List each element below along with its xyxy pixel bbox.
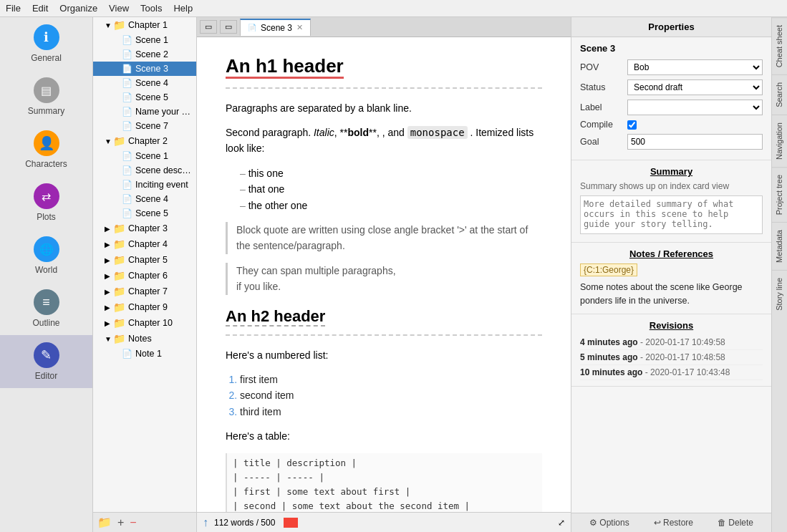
delete-button[interactable]: 🗑 Delete <box>713 516 758 529</box>
tree-chapter3[interactable]: ▶ 📁 Chapter 3 <box>93 221 196 236</box>
status-right: ⤢ <box>558 518 565 528</box>
world-icon: 🌐 <box>34 236 59 262</box>
tree-nameyours[interactable]: 📄 Name your s... <box>93 105 196 119</box>
sidebar-item-outline[interactable]: ≡ Outline <box>0 282 92 335</box>
sidebar-item-characters[interactable]: 👤 Characters <box>0 123 92 176</box>
far-right-storyline[interactable]: Story line <box>772 270 787 318</box>
notes-tag: {C:1:George} <box>580 263 637 276</box>
status-select[interactable]: First draft Second draft Done <box>627 79 763 95</box>
revision-time-3: 10 minutes ago <box>580 367 642 377</box>
tree-folder-btn[interactable]: 📁 <box>97 516 112 529</box>
notes-section: Notes / References {C:1:George} Some not… <box>571 243 771 314</box>
revision-item-1[interactable]: 4 minutes ago - 2020-01-17 10:49:58 <box>580 335 763 350</box>
tab-nav-left[interactable]: ▭ <box>200 20 217 34</box>
revision-item-2[interactable]: 5 minutes ago - 2020-01-17 10:48:58 <box>580 350 763 365</box>
summary-icon-label: Summary <box>28 106 64 116</box>
tree-ch2scened[interactable]: 📄 Scene descri... <box>93 163 196 178</box>
ch2scene5-icon: 📄 <box>122 208 132 218</box>
far-right-metadata[interactable]: Metadata <box>772 222 787 270</box>
expand-icon[interactable]: ⤢ <box>558 518 565 528</box>
tree-scene4[interactable]: 📄 Scene 4 <box>93 76 196 90</box>
chapter2-arrow: ▼ <box>105 137 113 145</box>
far-right-cheatsheet[interactable]: Cheat sheet <box>772 17 787 74</box>
tab-scene3-close[interactable]: ✕ <box>296 23 303 32</box>
tab-nav-right[interactable]: ▭ <box>220 20 237 34</box>
tree-chapter9[interactable]: ▶ 📁 Chapter 9 <box>93 299 196 315</box>
tab-bar: ▭ ▭ 📄 Scene 3 ✕ <box>197 17 571 37</box>
tree-add-btn[interactable]: + <box>117 516 124 529</box>
chapter4-folder-icon: 📁 <box>113 238 125 250</box>
ch2scene4-label: Scene 4 <box>135 194 168 204</box>
tree-chapter6[interactable]: ▶ 📁 Chapter 6 <box>93 268 196 284</box>
tree-chapter5[interactable]: ▶ 📁 Chapter 5 <box>93 252 196 268</box>
revision-date-2: - 2020-01-17 10:48:58 <box>640 352 725 362</box>
tree-ch2scene4[interactable]: 📄 Scene 4 <box>93 192 196 206</box>
nameyours-label: Name your s... <box>135 107 193 117</box>
editor-content[interactable]: An h1 header Paragraphs are separated by… <box>197 37 571 512</box>
chapter2-folder-icon: 📁 <box>113 135 125 147</box>
chapter6-folder-icon: 📁 <box>113 270 125 281</box>
menu-view[interactable]: View <box>109 3 129 14</box>
notes-title: Notes / References <box>580 248 763 259</box>
notes-arrow: ▼ <box>105 335 113 343</box>
status-up-arrow[interactable]: ↑ <box>203 516 208 529</box>
menu-organize[interactable]: Organize <box>59 3 97 14</box>
tab-scene3[interactable]: 📄 Scene 3 ✕ <box>240 19 311 36</box>
editor-h2: An h2 header <box>226 307 325 327</box>
p2-mono: monospace <box>407 126 468 139</box>
pov-select[interactable]: Bob Alice George <box>627 59 763 75</box>
tree-chapter4[interactable]: ▶ 📁 Chapter 4 <box>93 236 196 252</box>
scene7-doc-icon: 📄 <box>122 121 132 131</box>
editor-status-bar: ↑ 112 words / 500 ⤢ <box>197 512 571 532</box>
scene1-doc-icon: 📄 <box>122 35 132 45</box>
far-right-projecttree[interactable]: Project tree <box>772 167 787 222</box>
far-right-navigation[interactable]: Navigation <box>772 115 787 167</box>
tree-scene5[interactable]: 📄 Scene 5 <box>93 90 196 105</box>
revision-date-3: - 2020-01-17 10:43:48 <box>645 367 730 377</box>
status-row: Status First draft Second draft Done <box>580 79 763 95</box>
chapter9-arrow: ▶ <box>105 304 113 311</box>
numbered-item-1: first item <box>240 372 542 387</box>
chapter2-label: Chapter 2 <box>128 136 168 146</box>
tree-remove-btn[interactable]: − <box>130 516 136 529</box>
goal-row: Goal <box>580 134 763 150</box>
tree-note1[interactable]: 📄 Note 1 <box>93 347 196 361</box>
menu-help[interactable]: Help <box>173 3 193 14</box>
tree-chapter10[interactable]: ▶ 📁 Chapter 10 <box>93 315 196 331</box>
revision-item-3[interactable]: 10 minutes ago - 2020-01-17 10:43:48 <box>580 365 763 380</box>
ch2scene1-label: Scene 1 <box>135 151 168 161</box>
menu-edit[interactable]: Edit <box>32 3 48 14</box>
note1-icon: 📄 <box>122 349 132 359</box>
sidebar-item-general[interactable]: ℹ General <box>0 17 92 70</box>
label-select[interactable] <box>627 100 763 115</box>
goal-input[interactable] <box>627 134 763 150</box>
restore-button[interactable]: ↩ Restore <box>650 516 697 529</box>
sidebar-item-plots[interactable]: ⇄ Plots <box>0 176 92 229</box>
tree-chapter2[interactable]: ▼ 📁 Chapter 2 <box>93 133 196 149</box>
tree-chapter1[interactable]: ▼ 📁 Chapter 1 <box>93 17 196 33</box>
tree-ch2scene1[interactable]: 📄 Scene 1 <box>93 149 196 163</box>
chapter9-label: Chapter 9 <box>128 302 168 312</box>
editor-bullet-list: this one that one the other one <box>226 165 542 213</box>
label-label: Label <box>580 102 623 112</box>
sidebar-item-summary[interactable]: ▤ Summary <box>0 70 92 123</box>
sidebar-item-editor[interactable]: ✎ Editor <box>0 335 92 388</box>
tree-notes[interactable]: ▼ 📁 Notes <box>93 331 196 347</box>
tree-scene7[interactable]: 📄 Scene 7 <box>93 119 196 133</box>
tree-scene2[interactable]: 📄 Scene 2 <box>93 47 196 62</box>
summary-textarea[interactable] <box>580 195 763 234</box>
tree-scene3[interactable]: 📄 Scene 3 <box>93 62 196 76</box>
far-right-search[interactable]: Search <box>772 74 787 115</box>
options-button[interactable]: ⚙ Options <box>585 516 634 529</box>
tree-chapter7[interactable]: ▶ 📁 Chapter 7 <box>93 284 196 299</box>
tree-ch2scene5[interactable]: 📄 Scene 5 <box>93 206 196 221</box>
sidebar-item-world[interactable]: 🌐 World <box>0 229 92 282</box>
scene5-label: Scene 5 <box>135 92 168 102</box>
tree-scene1[interactable]: 📄 Scene 1 <box>93 33 196 47</box>
compile-checkbox[interactable] <box>627 120 637 130</box>
notes-text: Some notes about the scene like George p… <box>580 281 763 308</box>
editor-h1-divider <box>226 87 542 89</box>
menu-tools[interactable]: Tools <box>140 3 162 14</box>
menu-file[interactable]: File <box>6 3 21 14</box>
tree-ch2inciting[interactable]: 📄 Inciting event <box>93 178 196 192</box>
